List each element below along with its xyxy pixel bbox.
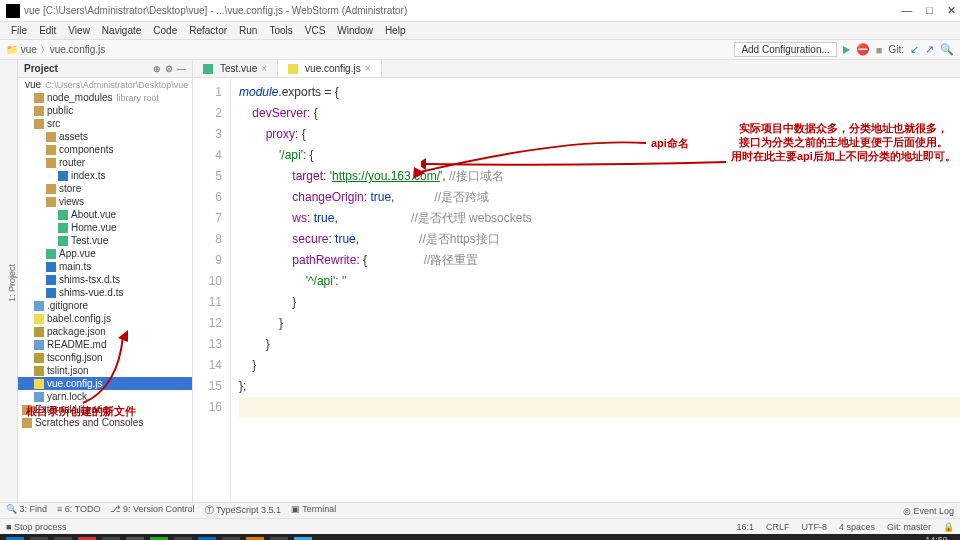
folder-icon [46,145,56,155]
folder-icon [22,418,32,428]
collapse-icon[interactable]: ⊕ [153,64,161,74]
tree-item[interactable]: shims-vue.d.ts [18,286,192,299]
toolbar: 📁 vue 〉vue.config.js Add Configuration..… [0,40,960,60]
search-icon[interactable]: 🔍 [940,43,954,56]
tree-item[interactable]: assets [18,130,192,143]
code-lines[interactable]: module.exports = { devServer: { proxy: {… [231,78,960,502]
tree-item[interactable]: shims-tsx.d.ts [18,273,192,286]
panel-title: Project [24,63,58,74]
windows-taskbar: 田 中 ⇌ ㅁ 简 ☼ 14:59 2020/7/5 [0,534,960,540]
git-branch[interactable]: Git: master [887,522,931,532]
menu-navigate[interactable]: Navigate [97,25,146,36]
todo-tab[interactable]: ≡ 6: TODO [57,504,100,517]
event-log[interactable]: ◎ Event Log [903,506,954,516]
close-icon[interactable]: ✕ [947,4,956,17]
vue-icon [46,249,56,259]
window-title: vue [C:\Users\Administrator\Desktop\vue]… [24,5,407,16]
git-pull-icon[interactable]: ↙ [910,43,919,56]
js-icon [34,379,44,389]
project-panel-header: Project ⊕ ⚙ — [18,60,192,78]
tree-item[interactable]: index.ts [18,169,192,182]
maximize-icon[interactable]: □ [926,4,933,17]
cursor-position: 16:1 [736,522,754,532]
menu-refactor[interactable]: Refactor [184,25,232,36]
project-tree[interactable]: vueC:\Users\Administrator\Desktop\vuenod… [18,78,192,429]
vcs-tab[interactable]: ⎇ 9: Version Control [110,504,194,517]
left-tool-gutter: 1: Project 7: Structure 2: Favorites npm [0,60,18,502]
tree-item[interactable]: tslint.json [18,364,192,377]
json-icon [34,366,44,376]
vue-icon [58,223,68,233]
add-configuration-button[interactable]: Add Configuration... [734,42,836,57]
menu-edit[interactable]: Edit [34,25,61,36]
menu-tools[interactable]: Tools [264,25,297,36]
stop-process[interactable]: Stop process [14,522,67,532]
tree-item[interactable]: components [18,143,192,156]
ts-icon [46,262,56,272]
tree-item[interactable]: src [18,117,192,130]
tree-item[interactable]: tsconfig.json [18,351,192,364]
menubar: FileEditViewNavigateCodeRefactorRunTools… [0,22,960,40]
project-tool-tab[interactable]: 1: Project [7,258,17,308]
stop-icon[interactable]: ■ [876,44,883,56]
tree-item[interactable]: Test.vue [18,234,192,247]
tree-item[interactable]: App.vue [18,247,192,260]
menu-vcs[interactable]: VCS [300,25,331,36]
folder-icon [46,197,56,207]
debug-icon[interactable]: ⛔ [856,43,870,56]
folder-icon [34,106,44,116]
tree-item[interactable]: .gitignore [18,299,192,312]
file-icon [34,392,44,402]
lock-icon[interactable]: 🔒 [943,522,954,532]
code-editor[interactable]: 12345678910111213141516 module.exports =… [193,78,960,502]
tree-item[interactable]: vue.config.js [18,377,192,390]
terminal-tab[interactable]: ▣ Terminal [291,504,336,517]
tree-item[interactable]: node_moduleslibrary root [18,91,192,104]
editor-tab[interactable]: Test.vue × [193,60,278,77]
vue-icon [203,64,213,74]
tree-item[interactable]: README.md [18,338,192,351]
close-tab-icon[interactable]: × [261,63,267,74]
json-icon [34,353,44,363]
breadcrumb[interactable]: 📁 vue 〉vue.config.js [6,43,105,57]
tree-item[interactable]: views [18,195,192,208]
js-icon [288,64,298,74]
git-label: Git: [888,44,904,55]
run-icon[interactable] [843,46,850,54]
file-icon [34,301,44,311]
ts-icon [46,288,56,298]
line-sep[interactable]: CRLF [766,522,790,532]
tree-item[interactable]: public [18,104,192,117]
typescript-tab[interactable]: Ⓣ TypeScript 3.5.1 [205,504,281,517]
menu-run[interactable]: Run [234,25,262,36]
hide-icon[interactable]: — [177,64,186,74]
menu-view[interactable]: View [63,25,95,36]
tree-item[interactable]: package.json [18,325,192,338]
main-area: 1: Project 7: Structure 2: Favorites npm… [0,60,960,502]
ts-icon [58,171,68,181]
menu-file[interactable]: File [6,25,32,36]
indent[interactable]: 4 spaces [839,522,875,532]
menu-code[interactable]: Code [148,25,182,36]
titlebar: vue [C:\Users\Administrator\Desktop\vue]… [0,0,960,22]
folder-icon [46,158,56,168]
find-tab[interactable]: 🔍 3: Find [6,504,47,517]
tree-item[interactable]: Home.vue [18,221,192,234]
menu-window[interactable]: Window [332,25,378,36]
tree-item[interactable]: store [18,182,192,195]
editor-tab[interactable]: vue.config.js × [278,60,381,77]
tree-item[interactable]: babel.config.js [18,312,192,325]
tree-item[interactable]: About.vue [18,208,192,221]
minimize-icon[interactable]: — [901,4,912,17]
tree-item[interactable]: vueC:\Users\Administrator\Desktop\vue [18,78,192,91]
tree-item[interactable]: main.ts [18,260,192,273]
tree-item[interactable]: yarn.lock [18,390,192,403]
app-icon [6,4,20,18]
menu-help[interactable]: Help [380,25,411,36]
tree-item[interactable]: router [18,156,192,169]
encoding[interactable]: UTF-8 [801,522,827,532]
settings-icon[interactable]: ⚙ [165,64,173,74]
close-tab-icon[interactable]: × [365,63,371,74]
window-controls: — □ ✕ [901,4,956,17]
git-push-icon[interactable]: ↗ [925,43,934,56]
